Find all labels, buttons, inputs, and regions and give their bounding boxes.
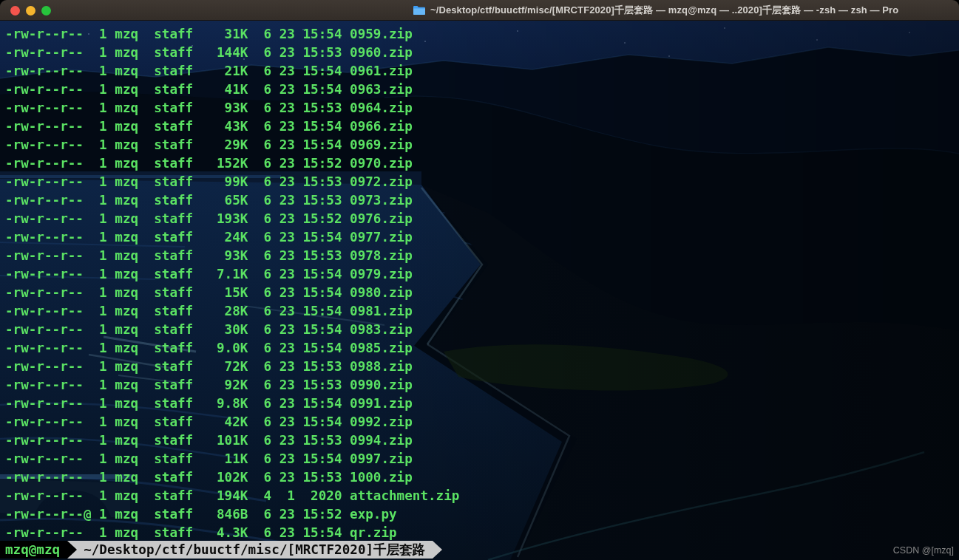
file-row: -rw-r--r-- 1 mzq staff 30K 6 23 15:54 09… [5,321,959,339]
file-row: -rw-r--r-- 1 mzq staff 93K 6 23 15:53 09… [5,99,959,117]
minimize-button[interactable] [26,6,35,16]
prompt-user-host: mzq@mzq [0,541,67,559]
file-row: -rw-r--r-- 1 mzq staff 11K 6 23 15:54 09… [5,450,959,468]
file-row: -rw-r--r-- 1 mzq staff 42K 6 23 15:54 09… [5,413,959,431]
terminal-window: ~/Desktop/ctf/buuctf/misc/[MRCTF2020]千层套… [0,0,959,560]
file-row: -rw-r--r-- 1 mzq staff 41K 6 23 15:54 09… [5,81,959,99]
file-row: -rw-r--r-- 1 mzq staff 102K 6 23 15:53 1… [5,468,959,487]
file-row: -rw-r--r-- 1 mzq staff 152K 6 23 15:52 0… [5,154,959,173]
file-row: -rw-r--r-- 1 mzq staff 144K 6 23 15:53 0… [5,44,959,62]
file-row: -rw-r--r-- 1 mzq staff 24K 6 23 15:54 09… [5,228,959,247]
file-row: -rw-r--r-- 1 mzq staff 72K 6 23 15:53 09… [5,358,959,376]
powerline-separator-icon [433,541,442,559]
file-row: -rw-r--r-- 1 mzq staff 93K 6 23 15:53 09… [5,247,959,265]
file-row: -rw-r--r-- 1 mzq staff 193K 6 23 15:52 0… [5,210,959,228]
csdn-watermark: CSDN @[mzq] [893,545,954,556]
prompt-line[interactable]: mzq@mzq ~/Desktop/ctf/buuctf/misc/[MRCTF… [0,541,959,559]
file-row: -rw-r--r-- 1 mzq staff 4.3K 6 23 15:54 q… [5,524,959,542]
file-row: -rw-r--r-- 1 mzq staff 9.0K 6 23 15:54 0… [5,339,959,358]
file-row: -rw-r--r--@ 1 mzq staff 846B 6 23 15:52 … [5,505,959,524]
file-row: -rw-r--r-- 1 mzq staff 65K 6 23 15:53 09… [5,191,959,210]
file-row: -rw-r--r-- 1 mzq staff 92K 6 23 15:53 09… [5,376,959,395]
terminal-screen[interactable]: -rw-r--r-- 1 mzq staff 31K 6 23 15:54 09… [0,21,959,560]
window-controls [10,6,51,16]
file-row: -rw-r--r-- 1 mzq staff 43K 6 23 15:54 09… [5,117,959,136]
powerline-separator-icon [67,541,77,559]
file-row: -rw-r--r-- 1 mzq staff 99K 6 23 15:53 09… [5,173,959,191]
prompt-cwd: ~/Desktop/ctf/buuctf/misc/[MRCTF2020]千层套… [77,541,433,559]
file-row: -rw-r--r-- 1 mzq staff 15K 6 23 15:54 09… [5,284,959,302]
file-row: -rw-r--r-- 1 mzq staff 194K 4 1 2020 att… [5,487,959,505]
file-row: -rw-r--r-- 1 mzq staff 9.8K 6 23 15:54 0… [5,395,959,413]
file-row: -rw-r--r-- 1 mzq staff 101K 6 23 15:53 0… [5,431,959,450]
fullscreen-button[interactable] [41,6,51,16]
folder-proxy-icon[interactable] [413,5,426,16]
file-row: -rw-r--r-- 1 mzq staff 29K 6 23 15:54 09… [5,136,959,154]
terminal-output: -rw-r--r-- 1 mzq staff 31K 6 23 15:54 09… [5,25,959,542]
file-row: -rw-r--r-- 1 mzq staff 7.1K 6 23 15:54 0… [5,265,959,284]
close-button[interactable] [10,6,20,16]
titlebar: ~/Desktop/ctf/buuctf/misc/[MRCTF2020]千层套… [0,0,959,21]
window-title: ~/Desktop/ctf/buuctf/misc/[MRCTF2020]千层套… [430,4,898,17]
file-row: -rw-r--r-- 1 mzq staff 31K 6 23 15:54 09… [5,25,959,44]
file-row: -rw-r--r-- 1 mzq staff 28K 6 23 15:54 09… [5,302,959,321]
file-row: -rw-r--r-- 1 mzq staff 21K 6 23 15:54 09… [5,62,959,81]
title-group: ~/Desktop/ctf/buuctf/misc/[MRCTF2020]千层套… [413,0,898,21]
